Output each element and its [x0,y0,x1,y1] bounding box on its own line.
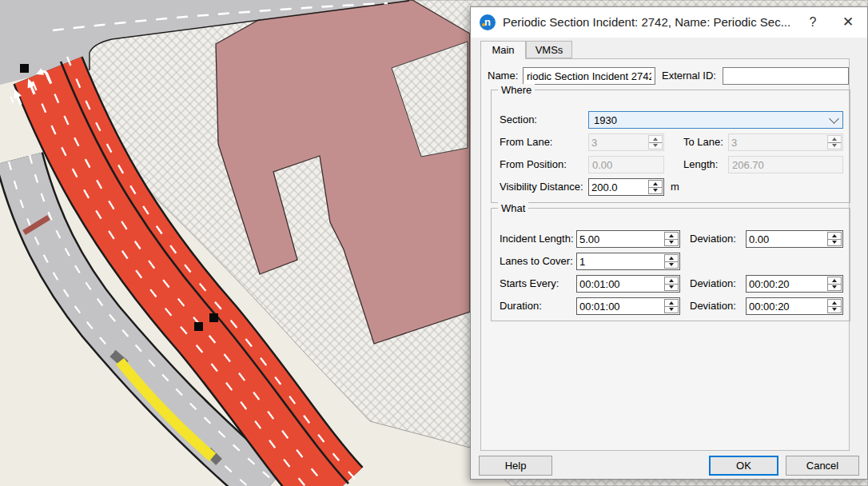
visibility-unit-label: m [671,178,679,196]
cancel-button[interactable]: Cancel [786,456,859,476]
close-button[interactable]: ✕ [835,7,861,38]
spin-up-button[interactable] [649,136,662,143]
duration-deviation-label: Deviation: [690,297,736,315]
duration-input[interactable] [577,298,663,314]
to-lane-input[interactable] [729,134,826,150]
to-lane-label: To Lane: [683,133,723,151]
spin-up-button[interactable] [828,300,841,307]
spin-down-button[interactable] [665,285,678,291]
from-lane-label: From Lane: [500,133,552,151]
spin-down-button[interactable] [649,143,662,149]
title-bar[interactable]: n Periodic Section Incident: 2742, Name:… [471,7,867,38]
spin-down-button[interactable] [665,307,678,313]
selection-handle-mid-right[interactable] [209,313,218,322]
incident-length-input[interactable] [577,231,663,247]
spin-up-button[interactable] [665,300,678,307]
incident-deviation-input[interactable] [747,231,826,247]
what-group-title: What [498,202,528,214]
starts-every-label: Starts Every: [500,275,559,293]
spin-up-button[interactable] [649,181,662,188]
starts-every-spinbox[interactable] [576,275,680,293]
lanes-to-cover-spinbox[interactable] [576,253,680,270]
where-group: Where Section: 1930 From Lane: To Lane: … [491,90,850,203]
from-position-input[interactable] [588,156,664,173]
what-group: What Incident Length: Deviation: Lanes t… [491,208,850,321]
spin-down-button[interactable] [828,285,841,291]
spin-up-button[interactable] [828,233,841,240]
external-id-input[interactable] [723,67,849,85]
spin-up-button[interactable] [828,277,841,285]
incident-deviation-spinbox[interactable] [746,230,843,248]
from-lane-input[interactable] [589,134,647,150]
duration-deviation-spinbox[interactable] [746,297,843,315]
spin-up-button[interactable] [665,233,678,240]
spin-up-button[interactable] [665,255,678,262]
incident-length-label: Incident Length: [500,230,574,248]
selection-handle-top[interactable] [20,64,29,73]
visibility-distance-input[interactable] [589,179,647,195]
length-label: Length: [683,156,718,173]
app-icon-dot [482,23,485,26]
help-caption-button[interactable]: ? [800,7,826,38]
from-position-label: From Position: [500,156,567,173]
app-icon-letter: n [484,16,491,28]
spin-up-button[interactable] [665,277,678,285]
to-lane-spinbox[interactable] [728,133,843,151]
spin-down-button[interactable] [665,240,678,246]
main-tab-pane: Name: External ID: Where Section: 1930 F… [480,58,850,451]
spin-down-button[interactable] [649,188,662,194]
lanes-to-cover-label: Lanes to Cover: [500,253,573,270]
starts-deviation-label: Deviation: [690,275,736,293]
section-value: 1930 [594,114,830,126]
duration-deviation-input[interactable] [747,298,826,314]
section-combobox[interactable]: 1930 [588,111,843,129]
duration-label: Duration: [500,297,542,315]
spin-down-button[interactable] [665,262,678,269]
spin-up-button[interactable] [828,136,841,143]
length-input[interactable] [728,156,843,173]
lanes-to-cover-input[interactable] [577,253,663,269]
spin-down-button[interactable] [828,240,841,246]
chevron-down-icon [829,114,839,124]
starts-every-input[interactable] [577,276,663,292]
from-lane-spinbox[interactable] [588,133,664,151]
app-icon: n [480,14,496,30]
selection-handle-mid-left[interactable] [194,322,203,331]
ok-button[interactable]: OK [709,456,778,476]
spin-down-button[interactable] [828,307,841,313]
section-label: Section: [500,111,537,129]
name-input[interactable] [523,67,655,85]
visibility-distance-label: Visibility Distance: [500,178,583,196]
spin-down-button[interactable] [828,143,841,149]
where-group-title: Where [498,84,535,96]
starts-deviation-input[interactable] [747,276,826,292]
name-label: Name: [488,67,518,85]
starts-deviation-spinbox[interactable] [746,275,843,293]
help-button[interactable]: Help [479,456,552,476]
tab-vmss[interactable]: VMSs [526,41,572,58]
duration-spinbox[interactable] [576,297,680,315]
incident-deviation-label: Deviation: [690,230,736,248]
incident-length-spinbox[interactable] [576,230,680,248]
external-id-label: External ID: [662,67,716,85]
visibility-distance-spinbox[interactable] [588,178,664,196]
tab-main[interactable]: Main [480,41,526,59]
window-title: Periodic Section Incident: 2742, Name: P… [503,7,790,38]
incident-dialog: n Periodic Section Incident: 2742, Name:… [470,6,868,480]
